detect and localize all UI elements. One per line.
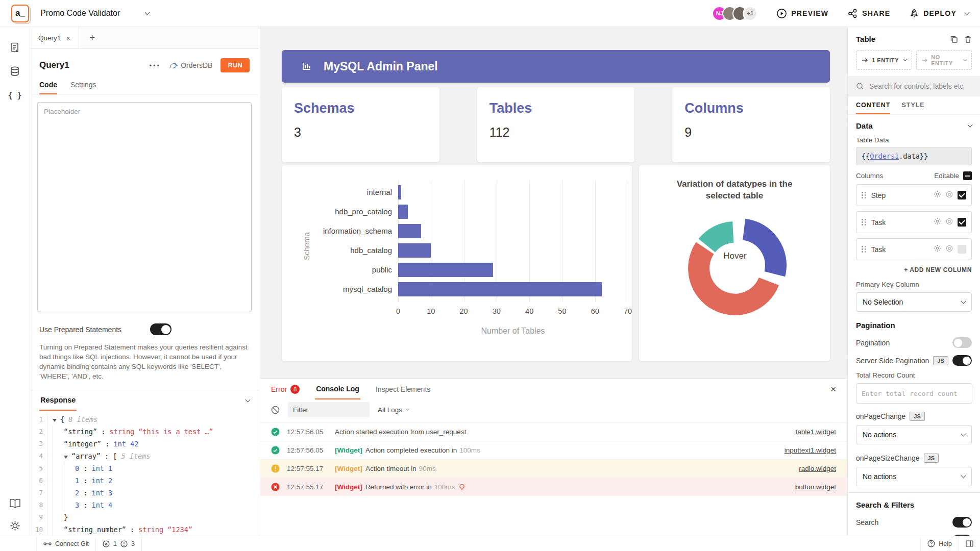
stat-card-columns[interactable]: Columns 9 [672, 87, 830, 162]
primary-key-select[interactable]: No Selection [856, 292, 972, 312]
js-toggle-badge[interactable]: JS [910, 412, 924, 421]
log-row[interactable]: 12:57:55.17[Widget]Action timeout in90ms… [260, 459, 847, 478]
js-libraries-icon[interactable]: { } [3, 83, 27, 107]
column-visibility-icon[interactable] [945, 190, 953, 201]
js-toggle-badge[interactable]: JS [924, 454, 939, 463]
section-data[interactable]: Data [848, 115, 980, 134]
property-search-input[interactable] [869, 82, 971, 90]
stat-card-tables[interactable]: Tables 112 [477, 87, 635, 162]
response-collapse-chevron-icon[interactable] [246, 397, 251, 402]
log-row[interactable]: 12:57:55.17[Widget]Returned with error i… [260, 478, 847, 496]
tab-errors[interactable]: Error 8 [271, 385, 300, 394]
add-new-column-button[interactable]: + ADD NEW COLUMN [848, 265, 980, 279]
app-menu-chevron-down-icon[interactable] [145, 10, 150, 15]
bar-mysql_catalog[interactable] [398, 282, 602, 296]
widget-name[interactable]: Table [856, 35, 875, 43]
collaborator-avatars[interactable]: NJ+1 [712, 6, 757, 21]
tab-code[interactable]: Code [39, 81, 57, 94]
bar-public[interactable] [398, 263, 493, 277]
search-toggle[interactable] [952, 517, 972, 528]
purple-slice[interactable] [743, 219, 787, 277]
connect-git-button[interactable]: Connect Git [37, 536, 96, 551]
sql-editor[interactable]: Placeholder [37, 102, 252, 312]
clear-logs-icon[interactable] [271, 406, 280, 414]
column-settings-gear-icon[interactable] [934, 217, 941, 227]
avatar[interactable]: +1 [743, 6, 757, 21]
log-source-link[interactable]: button.widget [795, 483, 836, 491]
close-tab-icon[interactable]: × [66, 34, 70, 42]
column-visibility-icon[interactable] [945, 244, 953, 255]
incoming-entities-button[interactable]: 1 ENTITY [856, 51, 912, 70]
debug-hint-bulb-icon[interactable] [458, 483, 466, 491]
drag-handle-icon[interactable] [862, 246, 866, 253]
debugger-counts[interactable]: 1 3 [96, 536, 142, 551]
tab-settings[interactable]: Settings [70, 81, 96, 94]
log-row[interactable]: 12:57:56.05[Widget]Action completed exec… [260, 441, 847, 459]
run-button[interactable]: RUN [220, 58, 250, 72]
log-source-link[interactable]: radio.widget [799, 465, 836, 472]
log-level-dropdown[interactable]: All Logs [378, 406, 409, 414]
drag-handle-icon[interactable] [862, 192, 866, 198]
collapse-caret-icon[interactable] [64, 456, 68, 459]
add-tab-button[interactable]: + [79, 27, 105, 48]
copy-widget-icon[interactable] [950, 35, 958, 43]
column-row-step[interactable]: Step [856, 184, 972, 206]
server-side-pagination-toggle[interactable] [952, 355, 972, 366]
js-toggle-badge[interactable]: JS [933, 356, 948, 365]
help-button[interactable]: Help [920, 536, 959, 551]
column-settings-gear-icon[interactable] [934, 244, 941, 254]
column-visibility-icon[interactable] [945, 217, 953, 228]
response-tab[interactable]: Response [39, 390, 77, 411]
datasource-selector[interactable]: OrdersDB [169, 61, 212, 69]
settings-gear-icon[interactable] [3, 515, 27, 536]
toggle-panels-button[interactable] [959, 536, 980, 551]
dashboard-header-widget[interactable]: MySQL Admin Panel [282, 50, 830, 83]
tab-inspect-elements[interactable]: Inspect Elements [376, 385, 430, 393]
queries-segment-icon[interactable] [3, 35, 27, 59]
query-menu-icon[interactable]: ••• [150, 62, 161, 69]
total-record-count-input[interactable] [856, 383, 972, 404]
stat-card-schemas[interactable]: Schemas 3 [282, 87, 439, 162]
share-button[interactable]: SHARE [848, 9, 890, 18]
appsmith-logo[interactable]: a_ [11, 5, 29, 22]
drag-handle-icon[interactable] [862, 219, 866, 226]
datatype-donut-chart-widget[interactable]: Variation of datatypes in the selected t… [639, 165, 830, 361]
log-filter-input[interactable] [288, 402, 370, 417]
preview-button[interactable]: PREVIEW [777, 9, 828, 18]
column-editable-checkbox[interactable] [958, 245, 966, 254]
log-source-link[interactable]: table1.widget [795, 428, 836, 436]
deploy-button[interactable]: DEPLOY [910, 9, 969, 18]
collapse-caret-icon[interactable] [53, 419, 57, 422]
log-source-link[interactable]: inputtext1.widget [785, 446, 836, 454]
deploy-chevron-down-icon[interactable] [965, 10, 970, 15]
column-row-task[interactable]: Task [856, 238, 972, 260]
bar-internal[interactable] [398, 185, 401, 199]
donut-chart[interactable] [639, 202, 830, 355]
property-search[interactable] [848, 76, 980, 96]
bar-hdb_catalog[interactable] [398, 243, 431, 258]
datasources-icon[interactable] [3, 59, 27, 83]
editable-all-checkbox[interactable] [963, 171, 972, 180]
log-row[interactable]: 12:57:56.05Action started execution from… [260, 422, 847, 441]
bar-information_schema[interactable] [398, 224, 421, 238]
on-page-size-change-select[interactable]: No actions [856, 467, 972, 486]
pagination-toggle[interactable] [952, 337, 972, 348]
table-data-binding-input[interactable]: {{Orders1.data}} [856, 147, 972, 165]
query-tab[interactable]: Query1 × [30, 27, 79, 48]
on-page-change-select[interactable]: No actions [856, 425, 972, 444]
response-json-viewer[interactable]: 1{ 8 items2“string” : string “this is a … [30, 411, 259, 536]
outgoing-entities-button[interactable]: NO ENTITY [916, 51, 972, 70]
console-close-icon[interactable]: × [830, 384, 836, 395]
docs-icon[interactable] [3, 491, 27, 515]
schema-bar-chart-widget[interactable]: Schema 010203040506070 Number of Tables … [282, 165, 632, 361]
tab-content[interactable]: CONTENT [856, 102, 890, 114]
column-settings-gear-icon[interactable] [934, 190, 941, 200]
section-search-filters[interactable]: Search & Filters [848, 494, 980, 513]
delete-widget-icon[interactable] [964, 35, 972, 43]
binding-entity-link[interactable]: Orders1 [870, 152, 899, 160]
tab-console-log[interactable]: Console Log [315, 379, 360, 399]
column-editable-checkbox[interactable] [958, 218, 966, 227]
tab-style[interactable]: STYLE [901, 102, 924, 114]
section-pagination[interactable]: Pagination [848, 318, 980, 334]
column-row-task[interactable]: Task [856, 211, 972, 233]
